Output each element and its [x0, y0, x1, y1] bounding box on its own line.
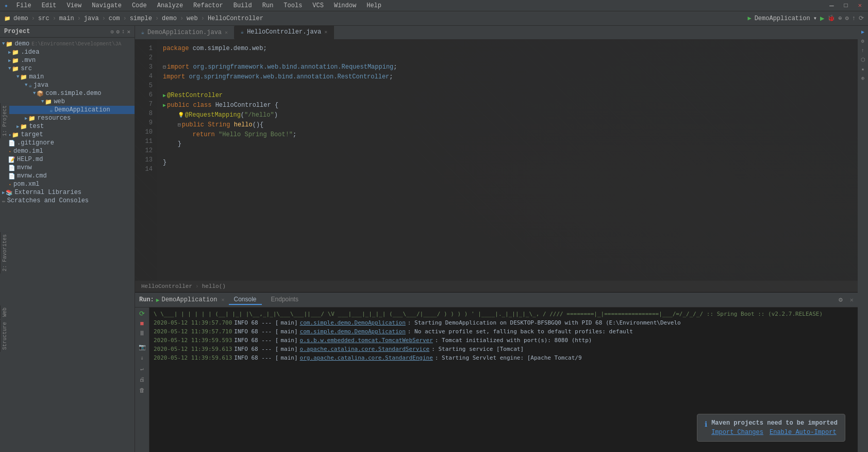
menu-view[interactable]: View — [64, 1, 84, 10]
menu-vcs[interactable]: VCS — [310, 1, 326, 10]
tree-item-test[interactable]: ▶ 📁 test — [0, 122, 135, 131]
menu-tools[interactable]: Tools — [281, 1, 304, 10]
stop-icon[interactable]: ■ — [140, 320, 144, 328]
run-config-dropdown[interactable]: ▾ — [813, 14, 817, 22]
run-config-name[interactable]: DemoApplication — [755, 15, 810, 22]
tree-item-web[interactable]: ▼ 📁 web — [0, 98, 135, 106]
rerun-icon[interactable]: ⟳ — [139, 310, 145, 318]
breadcrumb-class[interactable]: HelloController — [141, 283, 192, 289]
clear-icon[interactable]: 🗑 — [139, 387, 145, 394]
right-icon-3[interactable]: ↑ — [859, 46, 867, 55]
right-icon-6[interactable]: ⊕ — [859, 74, 867, 83]
tree-item-external-libs[interactable]: ▶ 📚 External Libraries — [0, 188, 135, 197]
breadcrumb-java[interactable]: java — [84, 15, 99, 22]
notification-import-link[interactable]: Import Changes — [711, 429, 763, 436]
log-msg-3: : Tomcat initialized with port(s): 8080 … — [435, 336, 592, 345]
tab-btn-console[interactable]: Console — [229, 295, 262, 305]
settings-button[interactable]: ⚙ — [845, 14, 849, 22]
panel-locate-icon[interactable]: ⊙ — [111, 28, 114, 35]
breadcrumb-simple[interactable]: simple — [130, 15, 152, 22]
tree-item-target[interactable]: ▶ 📁 target — [0, 131, 135, 139]
tab-hellocontroller-close[interactable]: ✕ — [324, 29, 327, 35]
log-class-2: com.simple.demo.DemoApplication — [300, 327, 406, 336]
sidebar-structure-label[interactable]: Structure — [0, 320, 9, 352]
window-close[interactable]: ✕ — [856, 1, 864, 10]
notification-icon: ℹ — [705, 420, 707, 429]
scroll-end-icon[interactable]: ⇓ — [140, 354, 144, 361]
coverage-button[interactable]: ⊕ — [838, 14, 842, 22]
menu-analyze[interactable]: Analyze — [155, 1, 185, 10]
log-time-1: 2020-05-12 11:39:57.700 — [154, 318, 232, 327]
tree-item-pom-xml[interactable]: ⬩ pom.xml — [0, 180, 135, 188]
breadcrumb-main[interactable]: main — [59, 15, 74, 22]
tree-item-gitignore[interactable]: 📄 .gitignore — [0, 139, 135, 147]
vcs-button[interactable]: ↑ — [852, 15, 856, 22]
debug-button[interactable]: 🐞 — [827, 14, 835, 22]
pause-icon[interactable]: ⏸ — [139, 330, 145, 337]
tab-hellocontroller[interactable]: ☕ HelloController.java ✕ — [235, 26, 334, 39]
breadcrumb-com[interactable]: com — [109, 15, 120, 22]
panel-gear-icon[interactable]: ⚙ — [116, 28, 120, 35]
console-close-icon[interactable]: ✕ — [850, 296, 854, 304]
window-maximize[interactable]: □ — [842, 1, 850, 10]
sidebar-favorites-label[interactable]: 2: Favorites — [0, 232, 9, 273]
tree-item-mvnw-cmd[interactable]: 📄 mvnw.cmd — [0, 172, 135, 180]
breadcrumb-bar: 📁 demo › src › main › java › com › simpl… — [0, 11, 868, 26]
panel-close-icon[interactable]: ✕ — [127, 28, 130, 35]
tree-label-idea: .idea — [21, 49, 39, 56]
tab-demoapplication[interactable]: ☕ DemoApplication.java ✕ — [135, 26, 235, 39]
breadcrumb-demo2[interactable]: demo — [162, 15, 177, 22]
breadcrumb-demo[interactable]: demo — [13, 15, 28, 22]
tab-btn-endpoints[interactable]: Endpoints — [266, 295, 304, 305]
tree-item-resources[interactable]: ▶ 📁 resources — [0, 114, 135, 122]
tree-item-src[interactable]: ▼ 📁 src — [0, 64, 135, 73]
tree-item-idea[interactable]: ▶ 📁 .idea — [0, 48, 135, 56]
tree-item-help-md[interactable]: 📝 HELP.md — [0, 155, 135, 164]
menu-run[interactable]: Run — [260, 1, 276, 10]
right-icon-2[interactable]: ⚙ — [859, 37, 867, 45]
menu-file[interactable]: File — [14, 1, 34, 10]
breadcrumb-method[interactable]: hello() — [202, 283, 226, 289]
tree-item-demo[interactable]: ▼ 📁 demo E:\Environment\Development\JA — [0, 40, 135, 48]
menu-window[interactable]: Window — [332, 1, 358, 10]
snapshot-icon[interactable]: 📷 — [139, 344, 146, 350]
print-icon[interactable]: 🖨 — [139, 376, 145, 383]
panel-header-icons: ⊙ ⚙ ↕ ✕ — [111, 28, 130, 35]
menu-build[interactable]: Build — [231, 1, 254, 10]
menu-navigate[interactable]: Navigate — [90, 1, 124, 10]
notification-content: Maven projects need to be imported Impor… — [711, 419, 838, 436]
menu-code[interactable]: Code — [130, 1, 149, 10]
update-button[interactable]: ⟳ — [859, 14, 864, 22]
run-button[interactable]: ▶ — [820, 14, 824, 23]
menu-help[interactable]: Help — [364, 1, 383, 10]
tree-label-external-libs: External Libraries — [14, 189, 81, 196]
tree-item-java[interactable]: ▼ ☕ java — [0, 81, 135, 89]
code-content[interactable]: package com.simple.demo.web; ⊟import org… — [157, 40, 858, 281]
tree-item-main[interactable]: ▼ 📁 main — [0, 73, 135, 81]
run-app-name[interactable]: DemoApplication — [161, 296, 217, 303]
tree-item-mvnw[interactable]: 📄 mvnw — [0, 164, 135, 172]
tree-item-mvn[interactable]: ▶ 📁 .mvn — [0, 56, 135, 64]
sidebar-project-label[interactable]: 1: Project — [0, 103, 9, 138]
menu-refactor[interactable]: Refactor — [191, 1, 225, 10]
right-icon-5[interactable]: ★ — [859, 65, 867, 73]
tab-demoapplication-close[interactable]: ✕ — [225, 29, 228, 36]
sidebar-web-label[interactable]: Web — [0, 305, 9, 319]
tree-item-demo-iml[interactable]: ⬩ demo.iml — [0, 147, 135, 155]
tree-item-scratches[interactable]: ✏️ Scratches and Consoles — [0, 197, 135, 205]
soft-wrap-icon[interactable]: ↵ — [140, 365, 144, 372]
tree-item-package[interactable]: ▼ 📦 com.simple.demo — [0, 89, 135, 98]
run-close-icon[interactable]: ✕ — [221, 297, 224, 303]
menu-edit[interactable]: Edit — [40, 1, 59, 10]
notification-auto-import-link[interactable]: Enable Auto-Import — [770, 429, 837, 436]
right-icon-1[interactable]: ▶ — [859, 28, 867, 36]
breadcrumb-hellocontroller[interactable]: HelloController — [208, 15, 263, 22]
breadcrumb-src[interactable]: src — [38, 15, 49, 22]
tree-item-demoapplication[interactable]: ☕ DemoApplication — [0, 106, 135, 114]
code-editor[interactable]: 1 2 3 4 5 6 7 8 9 10 11 12 13 14 — [135, 40, 858, 281]
window-minimize[interactable]: — — [827, 1, 836, 11]
panel-expand-icon[interactable]: ↕ — [122, 28, 125, 35]
console-settings-icon[interactable]: ⚙ — [839, 296, 843, 304]
breadcrumb-web[interactable]: web — [187, 15, 198, 22]
right-icon-4[interactable]: ⬡ — [859, 56, 867, 64]
